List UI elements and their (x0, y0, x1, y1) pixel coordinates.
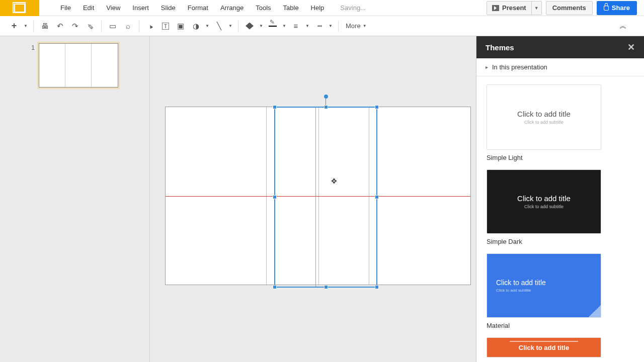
themes-list[interactable]: Click to add title Click to add subtitle… (476, 76, 644, 362)
theme-material-name: Material (487, 322, 634, 329)
border-weight-button[interactable] (289, 19, 303, 33)
theme-simple-light[interactable]: Click to add title Click to add subtitle (487, 84, 601, 150)
move-cursor-icon: ✥ (331, 177, 337, 185)
redo-button[interactable] (68, 19, 82, 33)
menu-edit[interactable]: Edit (77, 1, 100, 15)
handle-bot-mid[interactable] (324, 285, 328, 289)
theme-material-sub: Click to add subtitle (496, 288, 531, 293)
handle-mid-right[interactable] (375, 195, 379, 199)
themes-section-label: In this presentation (492, 63, 547, 71)
border-dropdown[interactable]: ▼ (281, 19, 288, 33)
fit-button[interactable] (106, 19, 120, 33)
app-logo[interactable] (0, 0, 39, 16)
collapse-toolbar-icon[interactable]: ︽ (616, 19, 630, 33)
present-button[interactable]: Present (487, 1, 532, 15)
menu-slide[interactable]: Slide (155, 1, 182, 15)
undo-button[interactable] (53, 19, 67, 33)
themes-section-header[interactable]: ▸ In this presentation (476, 58, 644, 76)
menu-help[interactable]: Help (305, 1, 331, 15)
border-dash-button[interactable] (312, 19, 326, 33)
theme-material[interactable]: Click to add title Click to add subtitle (487, 253, 601, 318)
share-button[interactable]: Share (597, 1, 637, 15)
print-button[interactable] (38, 19, 52, 33)
canvas[interactable]: ✥ (150, 36, 476, 362)
line-dropdown[interactable]: ▼ (227, 19, 234, 33)
line-tool[interactable] (212, 19, 226, 33)
lock-icon (604, 6, 609, 11)
close-icon[interactable]: ✕ (627, 42, 635, 53)
theme-orange-title: Click to add title (519, 344, 569, 351)
theme-dark-title: Click to add title (517, 194, 571, 203)
new-slide-dropdown[interactable]: ▼ (22, 19, 29, 33)
handle-top-mid[interactable] (324, 105, 328, 109)
theme-light-sub: Click to add subtitle (524, 120, 564, 125)
more-label: More (346, 22, 361, 30)
themes-title: Themes (486, 43, 514, 52)
theme-orange[interactable]: Click to add title (487, 337, 601, 357)
theme-material-title: Click to add title (496, 279, 546, 287)
zoom-button[interactable] (121, 19, 135, 33)
main-area: 1 ✥ (0, 36, 644, 362)
menu-arrange[interactable]: Arrange (214, 1, 250, 15)
handle-top-right[interactable] (375, 105, 379, 109)
menus: File Edit View Insert Slide Format Arran… (54, 1, 330, 15)
theme-dark-name: Simple Dark (487, 238, 634, 245)
selected-shape[interactable] (274, 107, 377, 288)
weight-dropdown[interactable]: ▼ (304, 19, 311, 33)
theme-light-name: Simple Light (487, 154, 634, 161)
slide-thumbnail-1[interactable] (39, 43, 118, 87)
rotate-connector (326, 98, 326, 106)
menu-bar: File Edit View Insert Slide Format Arran… (0, 0, 644, 16)
fill-color-button[interactable] (243, 19, 257, 33)
chevron-right-icon: ▸ (486, 64, 488, 70)
image-tool[interactable] (174, 19, 188, 33)
save-status: Saving... (340, 4, 366, 12)
rotate-handle[interactable] (324, 95, 328, 99)
present-label: Present (502, 4, 526, 12)
present-dropdown[interactable]: ▼ (532, 1, 542, 15)
play-icon (492, 5, 499, 11)
new-slide-button[interactable] (7, 19, 21, 33)
border-color-button[interactable] (266, 19, 280, 33)
shape-dropdown[interactable]: ▼ (204, 19, 211, 33)
menu-view[interactable]: View (100, 1, 126, 15)
toolbar: ▼ ▼ ▼ ▼ ▼ ▼ ▼ More▼ ︽ (0, 16, 644, 36)
thumbnail-row: 1 (0, 43, 149, 87)
menu-format[interactable]: Format (182, 1, 214, 15)
dash-dropdown[interactable]: ▼ (327, 19, 334, 33)
theme-light-title: Click to add title (517, 110, 571, 118)
menu-insert[interactable]: Insert (126, 1, 155, 15)
paint-format-button[interactable] (83, 19, 97, 33)
fill-dropdown[interactable]: ▼ (258, 19, 265, 33)
themes-header: Themes ✕ (476, 36, 644, 58)
theme-orange-bar (510, 341, 578, 342)
slide-thumbnail-panel: 1 (0, 36, 150, 362)
select-tool[interactable] (143, 19, 157, 33)
fill-icon (246, 23, 254, 30)
textbox-tool[interactable] (158, 19, 173, 33)
theme-simple-dark[interactable]: Click to add title Click to add subtitle (487, 169, 601, 234)
comments-button[interactable]: Comments (546, 1, 593, 15)
handle-mid-left[interactable] (273, 195, 277, 199)
handle-bot-left[interactable] (273, 285, 277, 289)
themes-panel: Themes ✕ ▸ In this presentation Click to… (476, 36, 644, 362)
border-icon (269, 26, 277, 27)
more-button[interactable]: More▼ (343, 22, 370, 30)
share-label: Share (612, 4, 630, 12)
shape-inner-line (315, 108, 316, 287)
menu-file[interactable]: File (54, 1, 77, 15)
thumbnail-number: 1 (31, 44, 35, 51)
handle-bot-right[interactable] (375, 285, 379, 289)
menu-tools[interactable]: Tools (250, 1, 277, 15)
menu-table[interactable]: Table (277, 1, 305, 15)
handle-top-left[interactable] (273, 105, 277, 109)
theme-dark-sub: Click to add subtitle (524, 204, 564, 209)
shape-tool[interactable] (189, 19, 203, 33)
